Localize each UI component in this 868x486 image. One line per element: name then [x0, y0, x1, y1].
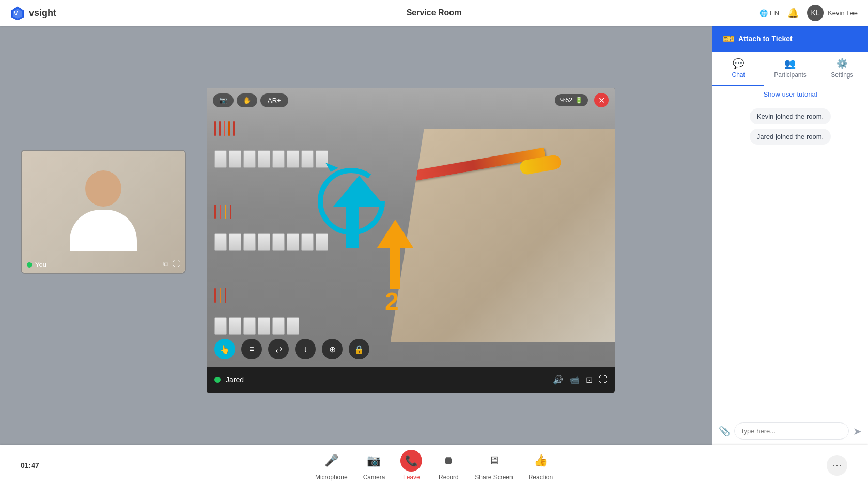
- battery-indicator: %52 🔋: [555, 94, 588, 106]
- video-top-bar: 📷 ✋ AR+ %52 🔋 ✕: [207, 93, 615, 107]
- lock-draw-btn[interactable]: 🔒: [349, 339, 369, 359]
- user-info[interactable]: KL Kevin Lee: [807, 5, 858, 21]
- battery-text: %52: [560, 97, 572, 104]
- self-video-label: You: [27, 261, 47, 269]
- download-draw-btn[interactable]: ↓: [295, 339, 316, 359]
- share-screen-btn[interactable]: 🖥 Share Screen: [475, 450, 513, 481]
- avatar-initials: KL: [811, 9, 820, 17]
- more-options-btn[interactable]: ⋯: [827, 455, 847, 476]
- battery-icon: 🔋: [575, 97, 583, 104]
- transform-draw-btn[interactable]: ⇄: [268, 339, 289, 359]
- person-head: [85, 170, 121, 207]
- self-video: You ⧉ ⛶: [21, 150, 186, 274]
- room-title: Service Room: [407, 8, 462, 18]
- globe-icon: 🌐: [760, 9, 768, 17]
- leave-icon: 📞: [400, 450, 422, 472]
- leave-btn[interactable]: 📞 Leave: [400, 450, 422, 481]
- user-name: Kevin Lee: [828, 9, 858, 17]
- you-label: You: [35, 261, 47, 269]
- text-draw-btn[interactable]: ≡: [241, 339, 262, 359]
- microphone-icon: 🎤: [320, 450, 342, 472]
- camera-icon: 📷: [219, 97, 227, 104]
- close-video-btn[interactable]: ✕: [594, 93, 609, 107]
- bottom-footer: 01:47 🎤 Microphone 📷 Camera 📞 Leave ⏺ Re…: [0, 445, 868, 486]
- attach-label: Attach to Ticket: [738, 35, 793, 43]
- language-selector[interactable]: 🌐 EN: [760, 9, 779, 17]
- panel-tabs: 💬 Chat 👥 Participants ⚙️ Settings: [712, 52, 868, 86]
- footer-right: ⋯: [827, 455, 847, 476]
- camera-label: Camera: [363, 474, 385, 481]
- microphone-btn[interactable]: 🎤 Microphone: [315, 450, 348, 481]
- ar-label: AR+: [268, 97, 281, 104]
- participants-tab-icon: 👥: [784, 58, 796, 69]
- reaction-btn[interactable]: 👍 Reaction: [529, 450, 553, 481]
- person-figure: [62, 160, 145, 263]
- message-kevin: Kevin joined the room.: [750, 108, 831, 124]
- header-right: 🌐 EN 🔔 KL Kevin Lee: [760, 5, 858, 21]
- reaction-icon: 👍: [530, 450, 551, 472]
- share-screen-icon: 🖥: [483, 450, 505, 472]
- main-video-container: 📷 ✋ AR+ %52 🔋 ✕: [207, 88, 615, 393]
- panel-messages: Kevin joined the room. Jared joined the …: [712, 102, 868, 417]
- expand-icon[interactable]: ⛶: [599, 375, 607, 384]
- jared-name: Jared: [226, 375, 244, 384]
- left-area: You ⧉ ⛶ 📷 ✋ AR+: [0, 26, 712, 445]
- top-header: V vsight Service Room 🌐 EN 🔔 KL Kevin Le…: [0, 0, 868, 26]
- self-video-controls[interactable]: ⧉ ⛶: [163, 260, 180, 269]
- fullscreen-icon[interactable]: ⛶: [173, 260, 180, 269]
- self-video-inner: [22, 151, 185, 273]
- speaker-icon[interactable]: 🔊: [553, 375, 563, 385]
- participants-tab-label: Participants: [774, 71, 807, 79]
- footer-center-controls: 🎤 Microphone 📷 Camera 📞 Leave ⏺ Record 🖥…: [315, 450, 553, 481]
- chat-tab-label: Chat: [732, 71, 745, 79]
- camera-capture-btn[interactable]: 📷: [213, 93, 234, 107]
- vsight-logo-icon: V: [10, 6, 25, 20]
- record-label: Record: [439, 474, 459, 481]
- record-btn[interactable]: ⏺ Record: [438, 450, 459, 481]
- share-screen-label: Share Screen: [475, 474, 513, 481]
- message-jared: Jared joined the room.: [750, 129, 831, 145]
- logo-area[interactable]: V vsight: [10, 6, 56, 20]
- svg-text:V: V: [14, 10, 18, 17]
- camera-btn[interactable]: 📷 Camera: [363, 450, 385, 481]
- person-body: [70, 210, 137, 251]
- pointer-draw-btn[interactable]: 👆: [214, 339, 235, 359]
- settings-tab-label: Settings: [831, 71, 853, 79]
- panel-chat-input: 📎 ➤: [712, 417, 868, 445]
- tab-settings[interactable]: ⚙️ Settings: [816, 52, 868, 86]
- language-code: EN: [770, 9, 779, 17]
- pointer-icon: ✋: [243, 97, 251, 104]
- camera-footer-icon: 📷: [363, 450, 385, 472]
- tab-chat[interactable]: 💬 Chat: [712, 52, 764, 86]
- tab-participants[interactable]: 👥 Participants: [764, 52, 816, 86]
- show-tutorial-link[interactable]: Show user tutorial: [712, 86, 868, 102]
- logo-text: vsight: [29, 8, 56, 19]
- window-icon[interactable]: ⊡: [586, 375, 593, 385]
- avatar: KL: [807, 5, 824, 21]
- video-controls-left: 📷 ✋ AR+: [213, 93, 288, 107]
- main-content: You ⧉ ⛶ 📷 ✋ AR+: [0, 26, 868, 445]
- hand-overlay: [391, 129, 615, 342]
- attach-to-ticket-btn[interactable]: 🎫 Attach to Ticket: [712, 26, 868, 52]
- jared-status-dot: [214, 377, 221, 383]
- chat-tab-icon: 💬: [733, 58, 744, 69]
- call-timer: 01:47: [21, 461, 39, 469]
- ar-btn[interactable]: AR+: [260, 93, 288, 107]
- network-draw-btn[interactable]: ⊕: [322, 339, 343, 359]
- right-panel: 🎫 Attach to Ticket 💬 Chat 👥 Participants…: [712, 26, 868, 445]
- video-camera-icon[interactable]: 📹: [569, 375, 580, 385]
- send-icon[interactable]: ➤: [853, 425, 862, 437]
- video-bottom-right-controls: 🔊 📹 ⊡ ⛶: [553, 375, 607, 385]
- chat-input[interactable]: [734, 422, 849, 440]
- pointer-btn[interactable]: ✋: [237, 93, 257, 107]
- notification-icon[interactable]: 🔔: [787, 7, 799, 19]
- record-icon: ⏺: [438, 450, 459, 472]
- pip-icon[interactable]: ⧉: [163, 260, 168, 269]
- microphone-label: Microphone: [315, 474, 348, 481]
- settings-tab-icon: ⚙️: [836, 58, 848, 69]
- reaction-label: Reaction: [529, 474, 553, 481]
- chat-attach-icon[interactable]: 📎: [719, 426, 730, 437]
- you-dot: [27, 262, 32, 268]
- leave-label: Leave: [403, 474, 420, 481]
- drawing-toolbar: 👆 ≡ ⇄ ↓ ⊕ 🔒: [207, 336, 615, 363]
